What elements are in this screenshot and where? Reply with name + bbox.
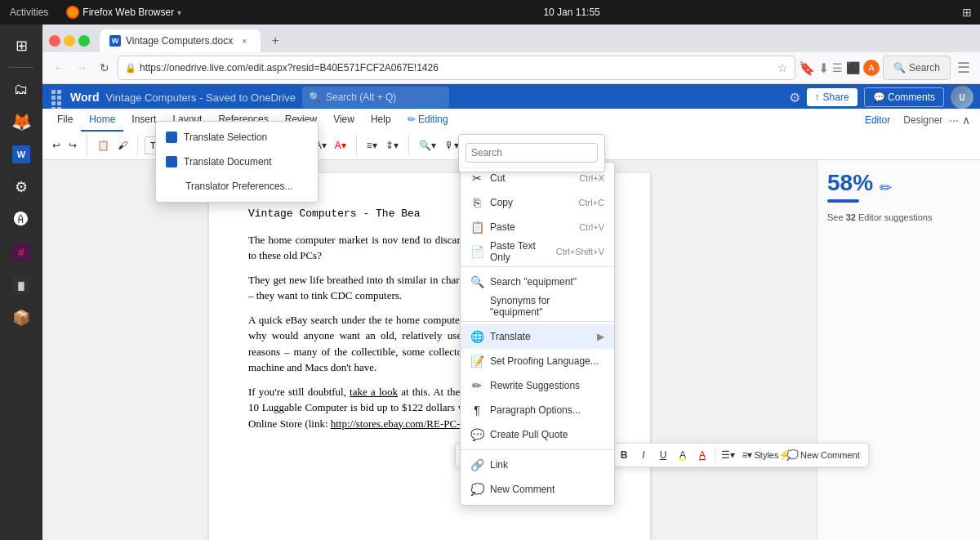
ft-fontcolor-btn[interactable]: A [693,446,711,464]
maximize-button[interactable] [78,35,90,47]
font-color-button[interactable]: A▾ [332,135,350,156]
app-grid-icon[interactable] [49,90,64,105]
firefox-label: Firefox Web Browser [82,7,174,18]
editor-pencil-icon: ✏ [880,179,892,197]
browser-search-button[interactable]: 🔍 Search [883,56,951,80]
menu-item-paragraph[interactable]: ¶ Paragraph Options... [461,398,614,422]
menu-item-copy[interactable]: ⎘ Copy Ctrl+C [461,190,614,215]
reader-icon[interactable]: ☰ [832,61,843,74]
undo-button[interactable]: ↩ [49,135,64,156]
forward-button[interactable]: → [72,58,91,78]
submenu-translator-prefs[interactable]: Translator Preferences... [156,174,318,199]
ribbon-collapse-icon[interactable]: ∧ [959,114,973,127]
ft-highlight-btn[interactable]: A [674,446,692,464]
bookmark-btn[interactable]: 🔖 [799,60,815,76]
submenu-translate-document[interactable]: Translate Document [156,150,318,174]
menu-item-translate[interactable]: 🌐 Translate ▶ [461,324,614,349]
activities-btn[interactable]: Activities [0,7,58,18]
word-logo: Word [70,91,100,104]
back-button[interactable]: ← [49,58,69,78]
ft-comment-btn[interactable]: 💭 New Comment [783,446,863,464]
tab-view[interactable]: View [325,109,363,132]
rewrite-icon: ✏ [470,379,483,392]
share-icon: ↑ [815,91,820,103]
user-avatar[interactable]: U [951,86,973,109]
firefox-dropdown-icon[interactable]: ▾ [177,8,181,17]
close-button[interactable] [49,35,60,47]
reload-button[interactable]: ↻ [95,58,114,78]
firefox-icon [66,6,79,19]
translate-icon: 🌐 [470,330,483,343]
minimize-button[interactable] [64,35,75,47]
taskbar-right: ⊞ [954,6,980,19]
sidebar-item-terminal[interactable]: ▓ [7,270,36,300]
sidebar-item-settings[interactable]: ⚙ [7,172,36,202]
redo-button[interactable]: ↪ [65,135,80,156]
sidebar-item-files[interactable]: 🗂 [7,74,36,104]
find-btn[interactable]: 🔍▾ [416,135,439,156]
firefox-taskbar-btn[interactable]: Firefox Web Browser ▾ [58,6,189,19]
ft-italic-btn[interactable]: I [635,446,653,464]
paragraph-label: Paragraph Options... [490,404,604,416]
menu-item-rewrite[interactable]: ✏ Rewrite Suggestions [461,373,614,398]
ft-align-btn[interactable]: ☰▾ [719,446,737,464]
para-spacing-btn[interactable]: ⇕▾ [382,135,402,156]
tab-editing[interactable]: ✏ Editing [399,109,457,132]
editor-label[interactable]: Editor [858,114,897,126]
paste-icon: 📋 [470,221,483,234]
format-painter-btn[interactable]: 🖌 [114,135,131,156]
ft-styles-btn[interactable]: Styles ⚡ [764,446,782,464]
menu-item-link[interactable]: 🔗 Link [461,453,614,477]
tab-home[interactable]: Home [81,109,123,132]
submenu-translate-selection[interactable]: Translate Selection [156,125,318,150]
menu-item-search[interactable]: 🔍 Search "equipment" [461,270,614,294]
sidebar-item-slack[interactable]: # [7,238,36,267]
firefox-sync-icon[interactable]: A [863,60,880,76]
search-menu-label: Search "equipment" [490,276,604,288]
pip-icon[interactable]: ⬛ [846,61,860,74]
sidebar-item-firefox[interactable]: 🦊 [7,107,36,136]
comment-label: New Comment [490,484,604,495]
menu-item-pull-quote[interactable]: 💬 Create Pull Quote [461,422,614,447]
menu-item-comment[interactable]: 💭 New Comment [461,477,614,502]
ft-underline-btn[interactable]: U [654,446,672,464]
paste-btn[interactable]: 📋 [94,135,113,156]
download-icon[interactable]: ⬇ [818,60,829,76]
menu-item-synonyms[interactable]: Synonyms for "equipment" [461,294,614,319]
taskbar-menu-icon[interactable]: ⊞ [962,6,972,19]
bookmark-icon[interactable]: ☆ [777,61,788,74]
ft-bold-btn[interactable]: B [615,446,633,464]
translator-prefs-label: Translator Preferences... [185,181,293,192]
more-tabs-icon[interactable]: ··· [949,114,959,127]
lock-icon: 🔒 [125,63,136,74]
tab-help[interactable]: Help [363,109,399,132]
designer-label[interactable]: Designer [897,114,949,126]
menu-separator-3 [461,449,614,450]
synonyms-icon [470,300,483,313]
settings-icon[interactable]: ⚙ [789,90,800,105]
comments-button[interactable]: 💬 Comments [864,87,944,107]
toolbar-paste-group: 📋 🖌 [94,135,138,156]
tab-close-icon[interactable]: × [238,34,251,47]
menu-item-proofing[interactable]: 📝 Set Proofing Language... [461,349,614,373]
word-search-box[interactable]: 🔍 Search (Alt + Q) [302,87,449,108]
sidebar-item-archive[interactable]: 📦 [7,303,36,332]
word-search-placeholder: Search (Alt + Q) [326,91,396,103]
sidebar-item-grid[interactable]: ⊞ [7,31,36,60]
new-tab-button[interactable]: + [264,29,287,52]
menu-item-paste[interactable]: 📋 Paste Ctrl+V [461,215,614,239]
browser-menu-icon[interactable]: ☰ [954,59,973,77]
address-bar[interactable]: 🔒 https://onedrive.live.com/edit.aspx?re… [118,56,795,80]
menu-item-paste-text[interactable]: 📄 Paste Text Only Ctrl+Shift+V [461,239,614,264]
search-input[interactable] [466,143,598,163]
sidebar-item-word[interactable]: W [7,140,36,169]
proofing-label: Set Proofing Language... [490,355,604,367]
align-left-btn[interactable]: ≡▾ [363,135,381,156]
browser-tab-active[interactable]: W Vintage Computers.docx × [100,29,261,52]
tab-file[interactable]: File [49,109,81,132]
share-button[interactable]: ↑ Share [807,88,858,106]
translate-selection-icon [166,132,177,143]
taskbar-clock: 10 Jan 11:55 [189,7,954,18]
sidebar-item-store[interactable]: 🅐 [7,205,36,234]
search-menu-icon: 🔍 [470,275,483,288]
